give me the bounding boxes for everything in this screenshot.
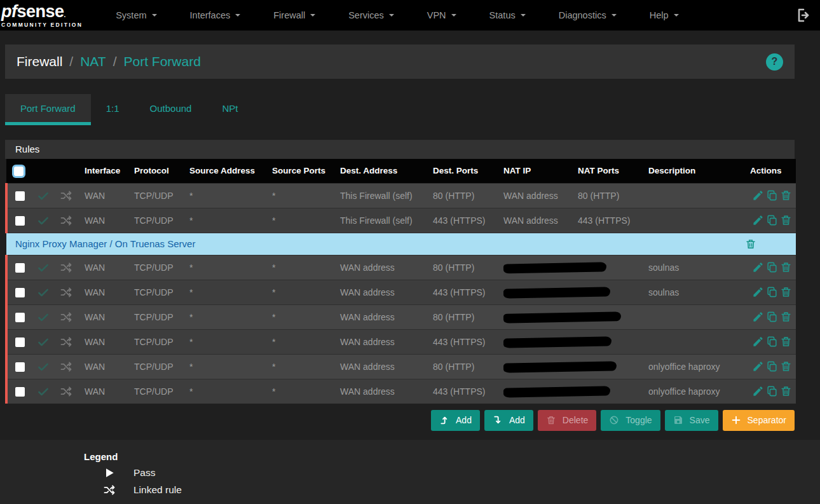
edit-rule-button[interactable] [752, 360, 764, 372]
copy-rule-button[interactable] [766, 336, 778, 348]
column-header-nat-ports: NAT Ports [573, 159, 643, 183]
delete-rule-button[interactable] [780, 336, 792, 348]
delete-separator-button[interactable] [745, 238, 756, 250]
delete-rule-button[interactable] [780, 214, 792, 226]
cell-protocol: TCP/UDP [129, 208, 184, 233]
tab-npt[interactable]: NPt [207, 94, 253, 125]
nav-item-label: Diagnostics [559, 10, 606, 20]
redacted-nat-ip [503, 386, 610, 397]
column-header-source-address: Source Address [184, 159, 267, 183]
edit-rule-button[interactable] [752, 311, 764, 323]
nav-item-help[interactable]: Help [633, 0, 695, 31]
delete-rule-button[interactable] [780, 286, 792, 298]
cell-protocol: TCP/UDP [129, 329, 184, 354]
row-checkbox[interactable] [15, 387, 25, 397]
redacted-nat-ip [503, 336, 612, 348]
edit-rule-button[interactable] [752, 189, 764, 201]
turn-up-icon [439, 415, 449, 425]
button-label: Add [456, 415, 472, 425]
nav-item-status[interactable]: Status [473, 0, 542, 31]
linked-rule-icon[interactable] [60, 336, 72, 346]
linked-rule-icon[interactable] [60, 190, 72, 200]
copy-rule-button[interactable] [766, 214, 778, 226]
toggle-ban-button[interactable]: Toggle [601, 410, 660, 431]
pass-icon [37, 311, 50, 322]
breadcrumb-firewall: Firewall [17, 54, 62, 69]
edit-rule-button[interactable] [752, 261, 764, 273]
nav-item-label: System [116, 10, 146, 20]
tab-port-forward[interactable]: Port Forward [5, 94, 91, 125]
cell-description [643, 304, 745, 329]
nav-item-label: Services [348, 10, 384, 20]
row-checkbox[interactable] [15, 191, 25, 201]
nav-item-label: Firewall [273, 10, 305, 20]
nav-item-system[interactable]: System [99, 0, 173, 31]
tab-1-1[interactable]: 1:1 [91, 94, 135, 125]
row-checkbox[interactable] [15, 288, 25, 297]
linked-rule-icon[interactable] [60, 361, 72, 371]
separator-row: Nginx Proxy Manager / On Truenas Server [6, 233, 796, 255]
nav-item-interfaces[interactable]: Interfaces [174, 0, 257, 31]
separator-plus-button[interactable]: Separator [723, 410, 795, 431]
copy-rule-button[interactable] [766, 286, 778, 298]
edit-rule-button[interactable] [752, 214, 764, 226]
linked-rule-icon[interactable] [60, 311, 72, 322]
breadcrumb-port-forward[interactable]: Port Forward [123, 54, 200, 69]
cell-description: soulnas [643, 255, 745, 280]
nav-menu: SystemInterfacesFirewallServicesVPNStatu… [99, 0, 796, 31]
cell-nat-ip [498, 379, 573, 404]
pfsense-logo[interactable]: pfsense. COMMUNITY EDITION [0, 2, 88, 29]
linked-rule-icon[interactable] [60, 287, 72, 297]
nav-item-diagnostics[interactable]: Diagnostics [542, 0, 633, 31]
linked-rule-icon[interactable] [60, 262, 72, 272]
copy-rule-button[interactable] [766, 385, 778, 397]
copy-rule-button[interactable] [766, 311, 778, 323]
delete-rule-button[interactable] [780, 261, 792, 273]
rule-row: WANTCP/UDP**WAN address443 (HTTPS)onlyof… [6, 379, 796, 404]
delete-rule-button[interactable] [780, 385, 792, 397]
select-all-checkbox[interactable] [14, 167, 24, 176]
cell-interface: WAN [79, 329, 129, 354]
caret-down-icon [310, 14, 315, 19]
cell-description [643, 183, 745, 208]
edit-rule-button[interactable] [752, 336, 764, 348]
add-turn-up-button[interactable]: Add [431, 410, 480, 431]
save-icon [673, 415, 683, 425]
help-icon[interactable]: ? [766, 53, 783, 71]
copy-rule-button[interactable] [766, 360, 778, 372]
button-label: Toggle [625, 415, 652, 425]
row-checkbox[interactable] [15, 362, 25, 372]
nav-item-services[interactable]: Services [332, 0, 411, 31]
copy-rule-button[interactable] [766, 261, 778, 273]
row-checkbox[interactable] [15, 313, 25, 322]
linked-rule-icon[interactable] [60, 386, 72, 396]
pass-icon [37, 215, 50, 225]
linked-rule-icon[interactable] [60, 215, 72, 225]
add-turn-down-button[interactable]: Add [484, 410, 533, 431]
row-checkbox[interactable] [15, 337, 25, 347]
edit-rule-button[interactable] [752, 286, 764, 298]
cell-protocol: TCP/UDP [129, 304, 184, 329]
delete-rule-button[interactable] [780, 311, 792, 323]
delete-rule-button[interactable] [780, 360, 792, 372]
rule-action-buttons: AddAddDeleteToggleSaveSeparator [5, 410, 795, 431]
row-checkbox[interactable] [15, 263, 25, 273]
delete-rule-button[interactable] [780, 189, 792, 201]
copy-rule-button[interactable] [766, 189, 778, 201]
breadcrumb-nat[interactable]: NAT [80, 54, 106, 69]
save-save-button[interactable]: Save [665, 410, 718, 431]
cell-description [643, 329, 745, 354]
breadcrumb-separator: / [69, 54, 73, 69]
cell-nat-ip: WAN address [498, 208, 573, 233]
sign-out-icon[interactable] [796, 8, 811, 23]
delete-trash-button[interactable]: Delete [538, 410, 596, 431]
tab-outbound[interactable]: Outbound [135, 94, 207, 125]
nav-item-vpn[interactable]: VPN [411, 0, 473, 31]
cell-source-ports: * [267, 329, 335, 354]
rule-row: WANTCP/UDP**WAN address443 (HTTPS) [6, 329, 796, 354]
row-checkbox[interactable] [15, 216, 25, 226]
community-edition-label: COMMUNITY EDITION [1, 22, 83, 28]
edit-rule-button[interactable] [752, 385, 764, 397]
column-header-dest-address: Dest. Address [335, 159, 428, 183]
nav-item-firewall[interactable]: Firewall [257, 0, 332, 31]
